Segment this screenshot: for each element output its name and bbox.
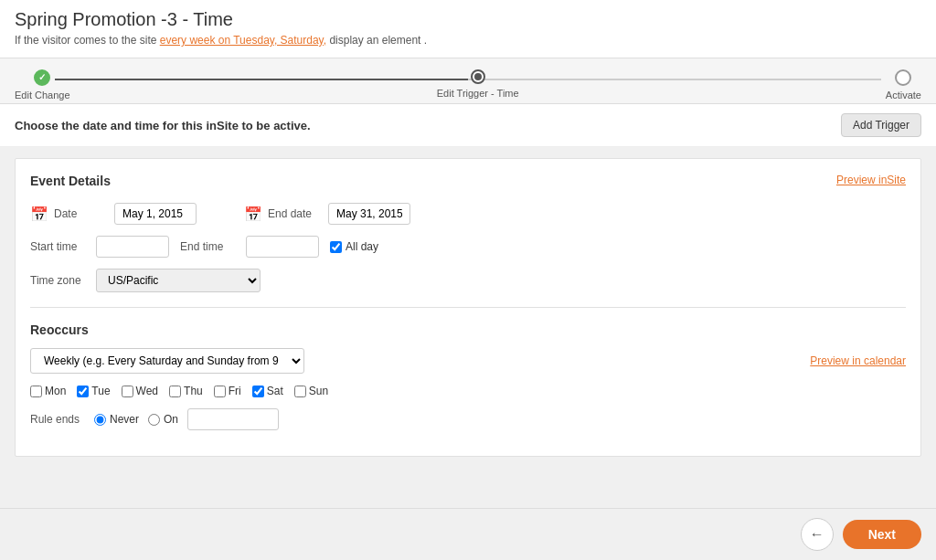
rule-ends-row: Rule ends Never On [30,408,906,430]
progress-step-edit-trigger: Edit Trigger - Time [437,69,519,100]
day-wed-checkbox[interactable] [122,386,133,397]
day-sun-checkbox[interactable] [294,386,306,397]
day-fri-checkbox[interactable] [214,386,226,397]
progress-step-activate: Activate [886,69,921,100]
subtitle-link[interactable]: every week on Tuesday, Saturday, [160,34,326,47]
preview-calendar-link[interactable]: Preview in calendar [810,354,906,367]
event-details-header: Event Details Preview inSite [30,174,906,188]
day-mon-text: Mon [45,385,66,397]
day-fri-label[interactable]: Fri [214,385,241,397]
next-button[interactable]: Next [843,520,921,549]
all-day-text: All day [346,240,378,253]
rule-ends-label: Rule ends [30,413,85,426]
timezone-label: Time zone [30,274,85,287]
end-date-input[interactable] [328,203,410,225]
day-tue-checkbox[interactable] [77,386,89,397]
step-label-3: Activate [886,90,921,100]
reoccurs-frequency-row: Daily Weekly (e.g. Every Saturday and Su… [30,348,906,374]
day-sat-text: Sat [267,385,283,397]
rule-ends-never-radio[interactable] [94,414,106,426]
calendar-icon-start: 📅 [30,206,48,223]
progress-steps: Edit Change Edit Trigger - Time Activate [15,69,921,100]
day-tue-label[interactable]: Tue [77,385,110,397]
progress-bar: Edit Change Edit Trigger - Time Activate [0,58,936,104]
step-circle-1 [34,69,50,86]
day-fri-text: Fri [229,385,241,397]
preview-insite-link[interactable]: Preview inSite [836,174,906,186]
add-trigger-button[interactable]: Add Trigger [841,113,921,137]
rule-ends-never-text: Never [110,413,139,426]
start-time-input[interactable] [96,236,169,258]
subtitle-suffix: display an element . [326,34,427,47]
section-divider [30,307,906,308]
day-wed-label[interactable]: Wed [122,385,158,397]
step-circle-3 [895,69,911,86]
title-sub: - Time [177,9,233,29]
end-time-label: End time [180,240,235,253]
all-day-label[interactable]: All day [330,240,378,253]
end-time-input[interactable] [246,236,319,258]
reoccurs-title: Reoccurs [30,322,906,337]
start-time-label: Start time [30,240,85,253]
choose-text: Choose the date and time for this inSite… [15,119,311,132]
day-thu-checkbox[interactable] [169,386,181,397]
reoccurs-section: Reoccurs Daily Weekly (e.g. Every Saturd… [30,322,906,430]
day-mon-label[interactable]: Mon [30,385,66,397]
time-row: Start time End time All day [30,236,906,258]
day-wed-text: Wed [136,385,158,397]
day-thu-label[interactable]: Thu [169,385,203,397]
rule-ends-on-radio[interactable] [148,414,160,426]
date-label: Date [54,207,109,220]
day-thu-text: Thu [184,385,203,397]
main-content: Choose the date and time for this inSite… [0,104,936,508]
rule-ends-date-input[interactable] [187,408,279,430]
page-title: Spring Promotion -3 - Time [15,9,921,30]
page-subtitle: If the visitor comes to the site every w… [15,34,921,47]
event-card: Event Details Preview inSite 📅 Date 📅 En… [15,158,921,457]
progress-step-edit-change: Edit Change [15,69,70,100]
date-input[interactable] [114,203,197,225]
rule-ends-never-label[interactable]: Never [94,413,139,426]
page-header: Spring Promotion -3 - Time If the visito… [0,0,936,58]
step-circle-2 [471,69,485,84]
days-row: Mon Tue Wed Thu [30,385,906,397]
day-tue-text: Tue [91,385,110,397]
day-sat-checkbox[interactable] [252,386,264,397]
timezone-select[interactable]: US/Pacific US/Eastern US/Central US/Moun… [96,269,261,292]
day-sun-label[interactable]: Sun [294,385,328,397]
date-field: 📅 Date [30,203,197,225]
day-sat-label[interactable]: Sat [252,385,283,397]
event-details-title: Event Details [30,174,111,188]
top-bar: Choose the date and time for this inSite… [0,104,936,147]
timezone-row: Time zone US/Pacific US/Eastern US/Centr… [30,269,906,292]
day-mon-checkbox[interactable] [30,386,42,397]
frequency-select[interactable]: Daily Weekly (e.g. Every Saturday and Su… [30,348,304,374]
date-row: 📅 Date 📅 End date [30,203,906,225]
rule-ends-on-text: On [164,413,178,426]
calendar-icon-end: 📅 [244,206,262,223]
title-main: Spring Promotion -3 [15,9,177,29]
subtitle-prefix: If the visitor comes to the site [15,34,160,47]
step-label-1: Edit Change [15,90,70,100]
all-day-checkbox[interactable] [330,241,342,253]
rule-ends-on-label[interactable]: On [148,413,178,426]
back-button[interactable]: ← [801,518,834,551]
end-date-label: End date [268,207,323,220]
end-date-field: 📅 End date [244,203,410,225]
footer: ← Next [0,508,936,560]
step-label-2: Edit Trigger - Time [437,88,519,99]
day-sun-text: Sun [309,385,328,397]
page-wrapper: Spring Promotion -3 - Time If the visito… [0,0,936,560]
